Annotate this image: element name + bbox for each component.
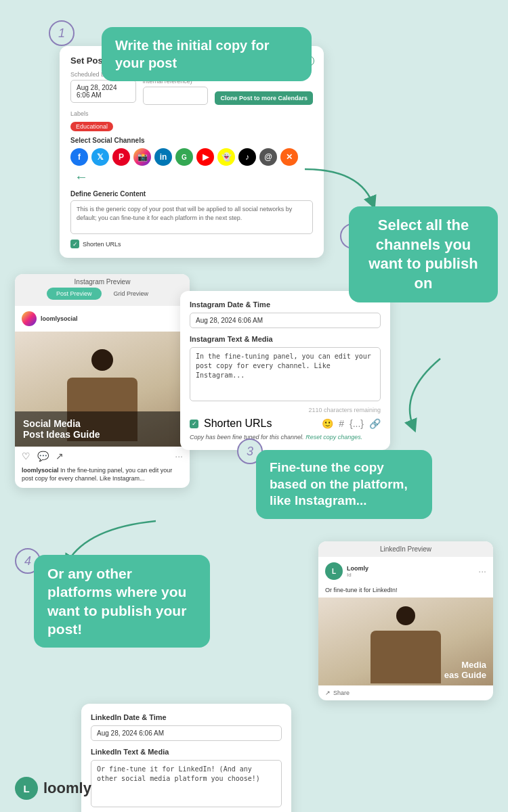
callout-step4: Or any other platforms where you want to…: [34, 555, 210, 648]
channel-linkedin[interactable]: in: [154, 148, 172, 166]
ig-panel-bottom: ✓ Shorten URLs 🙂 # {...} 🔗: [190, 418, 381, 430]
overlay-title1: Social Media: [23, 418, 182, 429]
share-icon: ↗: [325, 690, 331, 696]
share-icon[interactable]: ↗: [56, 451, 64, 461]
li-username: Loomly: [347, 565, 368, 572]
ig-datetime-title: Instagram Date & Time: [190, 300, 381, 309]
li-person-body: [371, 631, 440, 683]
hashtag-icon[interactable]: #: [339, 418, 344, 429]
linkedin-panel: LinkedIn Date & Time LinkedIn Text & Med…: [81, 704, 291, 812]
link-icon[interactable]: 🔗: [369, 418, 381, 429]
channel-facebook[interactable]: f: [70, 148, 88, 166]
ig-preview-tabs: Post Preview Grid Preview: [22, 286, 183, 302]
loomly-name: loomly: [43, 780, 91, 797]
channels-row: f 𝕏 P 📸 in G ▶ 👻 ♪ @ ✕ ←: [70, 148, 313, 185]
comment-icon[interactable]: 💬: [37, 451, 49, 461]
instagram-preview-card: Instagram Preview Post Preview Grid Prev…: [15, 274, 190, 488]
step-1-circle: 1: [49, 20, 75, 46]
overlay-title2: Post Ideas Guide: [23, 429, 182, 440]
channel-pinterest[interactable]: P: [112, 148, 130, 166]
loomly-icon: L: [15, 777, 38, 800]
ig-avatar: [22, 311, 37, 326]
tag-educational[interactable]: Educational: [70, 122, 113, 131]
ig-post-caption: loomlysocial In the fine-tuning panel, y…: [15, 466, 190, 488]
li-post-user: L Loomly Id ···: [318, 557, 493, 585]
callout-step2: Select all the channels you want to publ…: [349, 206, 498, 302]
ig-reset-link[interactable]: Reset copy changes.: [305, 434, 362, 441]
emoji-icon[interactable]: 🙂: [322, 418, 333, 429]
loomly-logo: L loomly: [15, 777, 91, 800]
ig-text-media-title: Instagram Text & Media: [190, 335, 381, 343]
channel-twitter[interactable]: 𝕏: [91, 148, 109, 166]
person-head: [91, 349, 113, 371]
channel-snapchat[interactable]: 👻: [217, 148, 235, 166]
callout-step1: Write the initial copy for your post: [102, 27, 312, 81]
channel-youtube[interactable]: ▶: [196, 148, 214, 166]
li-overlay-title2: eas Guide: [444, 670, 486, 680]
arrow-right-icon: ←: [75, 169, 88, 185]
labels-label: Labels: [70, 110, 313, 117]
li-overlay-title1: Media: [444, 660, 486, 670]
shorten-urls-checkbox[interactable]: ✓: [70, 240, 79, 248]
labels-section: Labels Educational: [70, 110, 313, 131]
li-post-overlay: Media eas Guide: [438, 654, 493, 685]
arrow-2-to-3: [386, 352, 454, 433]
social-channels-title: Select Social Channels: [70, 137, 313, 144]
li-preview-header: LinkedIn Preview: [318, 541, 493, 557]
li-datetime-input[interactable]: [91, 725, 282, 741]
ig-tab-grid[interactable]: Grid Preview: [104, 288, 158, 300]
ig-username: loomlysocial: [41, 315, 78, 322]
linkedin-preview-card: LinkedIn Preview L Loomly Id ··· Or fine…: [318, 541, 493, 700]
ig-post-user: loomlysocial: [15, 306, 190, 332]
clone-button[interactable]: Clone Post to more Calendars: [215, 91, 313, 105]
li-person-head: [396, 606, 415, 625]
ig-post-overlay: Social Media Post Ideas Guide: [15, 411, 190, 447]
li-user-info: Loomly Id: [347, 565, 368, 578]
instagram-panel: Instagram Date & Time Instagram Text & M…: [180, 291, 390, 450]
li-share-action[interactable]: ↗ Share: [325, 690, 350, 696]
li-more-icon[interactable]: ···: [478, 566, 486, 577]
ig-post-actions: ♡ 💬 ↗ ···: [15, 447, 190, 466]
li-text-media-title: LinkedIn Text & Media: [91, 748, 282, 756]
li-post-image: Media eas Guide: [318, 597, 493, 685]
li-avatar: L: [325, 562, 343, 580]
scheduled-input[interactable]: Aug 28, 2024 6:06 AM: [70, 80, 136, 103]
li-text-textarea[interactable]: Or fine-tune it for LinkedIn! (And any o…: [91, 760, 282, 807]
ig-tab-post[interactable]: Post Preview: [47, 288, 102, 300]
channel-google[interactable]: G: [175, 148, 193, 166]
ig-shorten-checkbox[interactable]: ✓: [190, 420, 198, 428]
ig-copy-fine-tuned: Copy has been fine tuned for this channe…: [190, 434, 381, 441]
li-username-sub: Id: [347, 572, 368, 578]
channel-tiktok[interactable]: ♪: [238, 148, 256, 166]
li-datetime-title: LinkedIn Date & Time: [91, 713, 282, 721]
generic-content-title: Define Generic Content: [70, 190, 313, 198]
channel-instagram[interactable]: 📸: [133, 148, 151, 166]
more-icon[interactable]: ···: [175, 451, 183, 461]
subject-input[interactable]: [143, 87, 209, 105]
ig-text-textarea[interactable]: In the fine-tuning panel, you can edit y…: [190, 347, 381, 401]
ig-shorten-label: Shorten URLs: [204, 418, 272, 430]
ig-post-image: Social Media Post Ideas Guide: [15, 332, 190, 447]
ig-preview-header: Instagram Preview Post Preview Grid Prev…: [15, 274, 190, 306]
channel-threads[interactable]: @: [259, 148, 277, 166]
generic-content-box[interactable]: This is the generic copy of your post th…: [70, 200, 313, 234]
callout-step3: Fine-tune the copy based on the platform…: [256, 450, 432, 519]
ig-datetime-input[interactable]: [190, 313, 381, 328]
heart-icon[interactable]: ♡: [22, 451, 30, 461]
shorten-urls-row: ✓ Shorten URLs: [70, 240, 313, 248]
code-icon[interactable]: {...}: [350, 418, 364, 429]
channel-reddit[interactable]: ✕: [280, 148, 298, 166]
li-caption: Or fine-tune it for LinkedIn!: [318, 585, 493, 597]
ig-caption-username: loomlysocial: [22, 467, 59, 474]
ig-chars-remaining: 2110 characters remaining: [190, 407, 381, 413]
li-post-actions: ↗ Share: [318, 685, 493, 700]
ig-emoji-row: 🙂 # {...} 🔗: [322, 418, 381, 429]
